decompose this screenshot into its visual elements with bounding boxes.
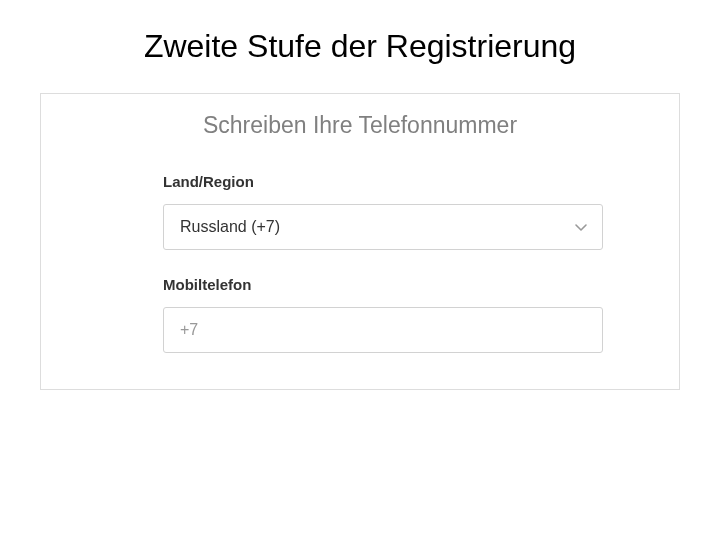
- mobile-input-wrap: [163, 307, 603, 353]
- country-label: Land/Region: [163, 173, 639, 190]
- country-selected-value: Russland (+7): [180, 218, 280, 236]
- slide: Zweite Stufe der Registrierung Schreiben…: [0, 0, 720, 418]
- form-area: Land/Region Russland (+7) Mobiltelefon: [41, 173, 679, 353]
- mobile-input[interactable]: [163, 307, 603, 353]
- mobile-label: Mobiltelefon: [163, 276, 639, 293]
- card-subtitle: Schreiben Ihre Telefonnummer: [41, 112, 679, 139]
- country-select[interactable]: Russland (+7): [163, 204, 603, 250]
- page-title: Zweite Stufe der Registrierung: [40, 28, 680, 65]
- registration-card: Schreiben Ihre Telefonnummer Land/Region…: [40, 93, 680, 390]
- country-select-wrap: Russland (+7): [163, 204, 603, 250]
